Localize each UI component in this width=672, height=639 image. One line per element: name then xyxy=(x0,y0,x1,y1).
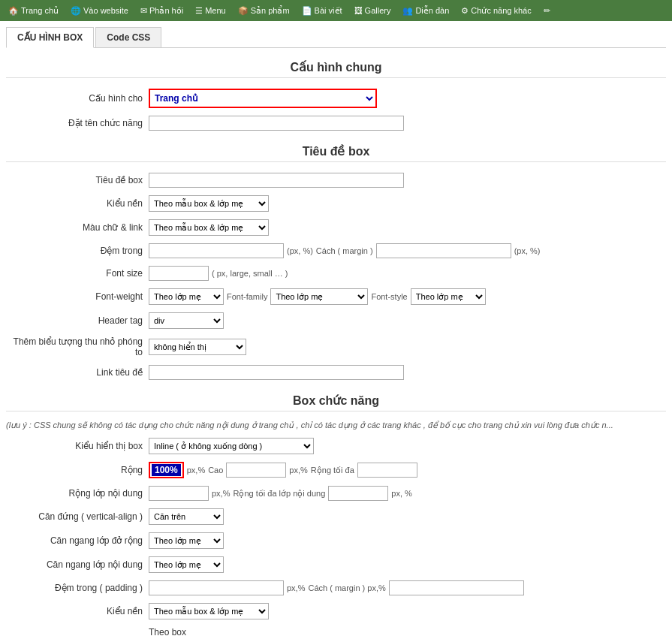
can-ngang-lop-noi-dung-label: Căn ngang lớp nội dung xyxy=(6,559,149,570)
kieu-nen-box-label: Kiểu nền xyxy=(6,606,149,616)
cau-hinh-cho-select[interactable]: Trang chủ Trang khác Tất cả xyxy=(150,90,375,107)
main-content: CẤU HÌNH BOX Code CSS Cấu hình chung Cấu… xyxy=(0,21,672,639)
row-can-ngang-lop-rong: Căn ngang lớp đở rộng Theo lớp mẹ Trái G… xyxy=(6,531,666,550)
menu-icon: ☰ xyxy=(195,6,203,16)
kieu-hien-thi-select[interactable]: Inline ( ở không xuống dòng ) Block Flex xyxy=(149,438,314,454)
tab-cau-hinh-box[interactable]: CẤU HÌNH BOX xyxy=(6,27,94,48)
cao-label: Cao xyxy=(208,466,223,475)
nav-chuc-nang-khac[interactable]: ⚙ Chức năng khác xyxy=(456,3,536,19)
can-dung-label: Căn đứng ( vertical-align ) xyxy=(6,511,149,522)
cau-hinh-cho-wrap: Trang chủ Trang khác Tất cả xyxy=(149,89,377,108)
row-link-tieu-de: Link tiêu đề xyxy=(6,363,666,381)
rong-value: 100% xyxy=(152,464,181,476)
can-dung-select[interactable]: Căn trên Căn giữa Căn dưới xyxy=(149,508,224,525)
row-kieu-nen-box: Kiểu nền Theo mẫu box & lớp mẹ Tùy chỉnh xyxy=(6,601,666,621)
kieu-nen-box-select[interactable]: Theo mẫu box & lớp mẹ Tùy chỉnh xyxy=(149,603,269,619)
font-family-select[interactable]: Theo lớp mẹ Arial Times New Roman xyxy=(270,288,368,305)
bieu-tuong-label: Thêm biểu tượng thu nhỏ phóng to xyxy=(6,336,149,357)
rong-toi-da-lop-input[interactable] xyxy=(328,486,388,501)
row-rong-lop: Rộng lớp nội dung px,% Rộng tối đa lớp n… xyxy=(6,484,666,502)
cau-hinh-cho-label: Cấu hình cho xyxy=(6,93,149,104)
section-tieu-de-box-title: Tiêu đề box xyxy=(6,144,666,162)
row-header-tag: Header tag div h1 h2 h3 xyxy=(6,311,666,330)
font-style-select[interactable]: Theo lớp mẹ Italic Normal xyxy=(411,288,486,305)
nav-trang-chu[interactable]: 🏠 Trang chủ xyxy=(3,3,64,19)
mau-chu-label: Màu chữ & link xyxy=(6,222,149,233)
row-kieu-hien-thi: Kiểu hiển thị box Inline ( ở không xuống… xyxy=(6,436,666,456)
header-tag-control: div h1 h2 h3 xyxy=(149,312,666,329)
kieu-hien-thi-label: Kiểu hiển thị box xyxy=(6,441,149,451)
tab-bar: CẤU HÌNH BOX Code CSS xyxy=(6,27,666,48)
font-weight-control: Theo lớp mẹ Bold Normal Font-family Theo… xyxy=(149,288,666,305)
section-box-chuc-nang-title: Box chức năng xyxy=(6,393,666,411)
row-can-ngang-lop-noi-dung: Căn ngang lớp nội dung Theo lớp mẹ Trái … xyxy=(6,555,666,574)
dat-ten-label: Đặt tên chức năng xyxy=(6,118,149,128)
mau-chu-select[interactable]: Theo mẫu box & lớp mẹ Tùy chỉnh xyxy=(149,219,269,236)
font-size-label: Font size xyxy=(6,268,149,279)
kieu-nen-select[interactable]: Theo mẫu box & lớp mẹ Tùy chỉnh xyxy=(149,195,269,212)
bieu-tuong-select[interactable]: không hiển thị hiển thị xyxy=(149,339,246,355)
nav-menu[interactable]: ☰ Menu xyxy=(190,3,231,19)
tieu-de-label: Tiêu đề box xyxy=(6,175,149,185)
nav-bai-viet[interactable]: 📄 Bài viết xyxy=(297,3,348,19)
cau-hinh-cho-control: Trang chủ Trang khác Tất cả xyxy=(149,89,666,108)
kieu-hien-thi-control: Inline ( ở không xuống dòng ) Block Flex xyxy=(149,438,666,454)
font-size-control: ( px, large, small … ) xyxy=(149,266,666,281)
rong-lop-unit: px,% xyxy=(212,489,230,498)
rong-toi-da-lop-unit: px, % xyxy=(391,489,412,498)
tieu-de-control xyxy=(149,173,666,188)
nav-gallery[interactable]: 🖼 Gallery xyxy=(349,3,396,18)
rong-lop-input[interactable] xyxy=(149,486,209,501)
row-dem-trong-padding: Đệm trong ( padding ) px,% Cách ( margin… xyxy=(6,579,666,597)
rong-lop-label: Rộng lớp nội dung xyxy=(6,488,149,499)
link-tieu-de-label: Link tiêu đề xyxy=(6,367,149,378)
theo-box-control: Theo box xyxy=(149,627,666,637)
rong-unit: px,% xyxy=(187,466,205,475)
product-icon: 📦 xyxy=(238,6,249,16)
link-tieu-de-control xyxy=(149,365,666,380)
dat-ten-input[interactable] xyxy=(149,116,404,131)
nav-vao-website[interactable]: 🌐 Vào website xyxy=(65,3,134,19)
dem-trong-unit: (px, %) xyxy=(287,246,313,255)
dem-trong-padding-control: px,% Cách ( margin ) px,% xyxy=(149,580,666,595)
home-icon: 🏠 xyxy=(8,6,19,16)
row-cau-hinh-cho: Cấu hình cho Trang chủ Trang khác Tất cả xyxy=(6,87,666,110)
rong-toi-da-label: Rộng tối đa xyxy=(311,466,354,475)
nav-edit[interactable]: ✏ xyxy=(538,3,556,19)
gallery-icon: 🖼 xyxy=(354,6,363,15)
cach-margin-box-label: Cách ( margin ) px,% xyxy=(308,583,385,592)
font-style-label: Font-style xyxy=(371,292,407,301)
header-tag-select[interactable]: div h1 h2 h3 xyxy=(149,312,224,329)
cach-margin-unit: (px, %) xyxy=(514,246,541,255)
dem-trong-padding-label: Đệm trong ( padding ) xyxy=(6,583,149,593)
row-kieu-nen: Kiểu nền Theo mẫu box & lớp mẹ Tùy chỉnh xyxy=(6,194,666,213)
top-navigation: 🏠 Trang chủ 🌐 Vào website ✉ Phản hồi ☰ M… xyxy=(0,0,672,21)
rong-lop-control: px,% Rộng tối đa lớp nội dung px, % xyxy=(149,486,666,501)
cach-margin-box-input[interactable] xyxy=(389,580,524,595)
row-mau-chu: Màu chữ & link Theo mẫu box & lớp mẹ Tùy… xyxy=(6,218,666,237)
row-theo-box: Theo box xyxy=(6,625,666,639)
font-family-label: Font-family xyxy=(227,292,267,301)
row-bieu-tuong: Thêm biểu tượng thu nhỏ phóng to không h… xyxy=(6,335,666,359)
dem-trong-padding-input[interactable] xyxy=(149,580,284,595)
dem-trong-tieu-de-control: (px, %) Cách ( margin ) (px, %) xyxy=(149,243,666,258)
rong-toi-da-input[interactable] xyxy=(357,463,417,478)
cao-input[interactable] xyxy=(226,463,286,478)
dem-trong-input[interactable] xyxy=(149,243,284,258)
nav-san-pham[interactable]: 📦 Sản phẩm xyxy=(233,3,295,19)
can-ngang-lop-rong-select[interactable]: Theo lớp mẹ Trái Giữa Phải xyxy=(149,532,224,549)
kieu-nen-box-control: Theo mẫu box & lớp mẹ Tùy chỉnh xyxy=(149,603,666,619)
kieu-nen-label: Kiểu nền xyxy=(6,198,149,209)
cach-margin-input[interactable] xyxy=(376,243,511,258)
font-size-input[interactable] xyxy=(149,266,209,281)
box-chuc-nang-note: (lưu ý : CSS chung sẽ không có tác dụng … xyxy=(6,420,666,430)
nav-dien-dan[interactable]: 👥 Diễn đàn xyxy=(397,3,454,19)
tieu-de-input[interactable] xyxy=(149,173,404,188)
font-weight-label: Font-weight xyxy=(6,291,149,302)
link-tieu-de-input[interactable] xyxy=(149,365,404,380)
tab-code-css[interactable]: Code CSS xyxy=(95,27,161,47)
font-weight-select[interactable]: Theo lớp mẹ Bold Normal xyxy=(149,288,224,305)
can-ngang-lop-noi-dung-select[interactable]: Theo lớp mẹ Trái Giữa Phải xyxy=(149,556,224,573)
nav-phan-hoi[interactable]: ✉ Phản hồi xyxy=(135,3,188,19)
row-font-weight: Font-weight Theo lớp mẹ Bold Normal Font… xyxy=(6,287,666,306)
